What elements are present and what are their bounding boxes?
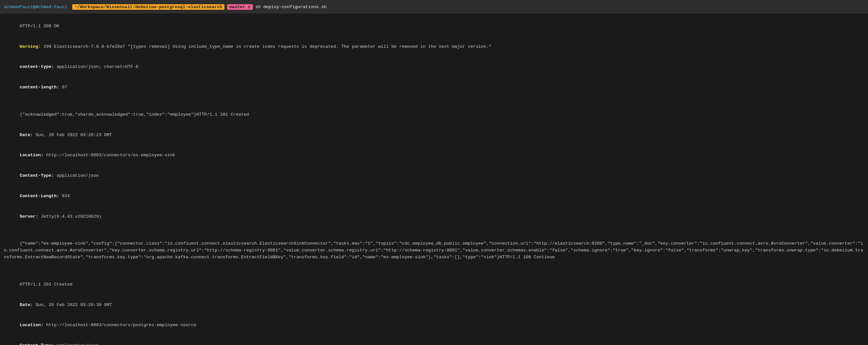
- header-value-10: 834: [59, 194, 70, 199]
- output-line-6: {"acknowledged":true,"shards_acknowledge…: [4, 105, 864, 125]
- output-line-9: Content-Type: application/json: [4, 166, 864, 186]
- json-text-13: {"name":"es-employee-sink","config":{"co…: [4, 241, 863, 260]
- header-label-7: Date:: [20, 133, 33, 137]
- output-line-17: Location: http://localhost:8083/connecto…: [4, 315, 864, 336]
- http-status-text: HTTP/1.1 200 OK: [20, 24, 60, 29]
- header-label-10: Content-Length:: [20, 194, 60, 199]
- header-label-8: Location:: [20, 153, 43, 158]
- json-text-6: {"acknowledged":true,"shards_acknowledge…: [20, 112, 249, 117]
- header-label-4: content-length:: [20, 85, 60, 90]
- header-label-11: Server:: [20, 214, 38, 219]
- empty-line-14: [4, 268, 864, 275]
- header-value-4: 67: [59, 85, 67, 90]
- header-value-7: Sun, 20 Feb 2022 03:28:23 GMT: [33, 133, 112, 137]
- terminal-header: achmadfauzi@Achmad-Fauzi ~/Workspace/Wis…: [0, 0, 868, 14]
- empty-line-5: [4, 98, 864, 105]
- git-branch-badge: master ±: [227, 4, 253, 10]
- http-status-text-15: HTTP/1.1 201 Created: [20, 282, 72, 287]
- header-label-3: content-type:: [20, 64, 54, 69]
- output-line-1: HTTP/1.1 200 OK: [4, 16, 864, 37]
- empty-line-12: [4, 227, 864, 234]
- output-line-18: Content-Type: application/json: [4, 336, 864, 345]
- output-line-7: Date: Sun, 20 Feb 2022 03:28:23 GMT: [4, 125, 864, 145]
- output-line-11: Server: Jetty(9.4.43.v20210629): [4, 207, 864, 227]
- header-label-18: Content-Type:: [20, 343, 54, 345]
- output-line-16: Date: Sun, 20 Feb 2022 03:28:30 GMT: [4, 295, 864, 315]
- header-value-11: Jetty(9.4.43.v20210629): [38, 214, 101, 219]
- header-value-9: application/json: [54, 173, 99, 178]
- warning-text: 299 Elasticsearch-7.0.0-b7e28a7 "[types …: [41, 44, 491, 49]
- header-value-17: http://localhost:8083/connectors/postgre…: [43, 322, 196, 327]
- header-value-16: Sun, 20 Feb 2022 03:28:30 GMT: [33, 303, 112, 307]
- header-value-3: application/json; charset=UTF-8: [54, 64, 138, 69]
- output-line-10: Content-Length: 834: [4, 186, 864, 207]
- header-value-8: http://localhost:8083/connectors/es-empl…: [43, 153, 175, 158]
- terminal-window: achmadfauzi@Achmad-Fauzi ~/Workspace/Wis…: [0, 0, 868, 345]
- output-line-8: Location: http://localhost:8083/connecto…: [4, 145, 864, 166]
- output-line-15: HTTP/1.1 201 Created: [4, 275, 864, 295]
- command-label: sh deploy-configurations.sh: [255, 5, 327, 9]
- warning-label: Warning:: [20, 44, 41, 49]
- output-line-2: Warning: 299 Elasticsearch-7.0.0-b7e28a7…: [4, 37, 864, 57]
- header-label-9: Content-Type:: [20, 173, 54, 178]
- terminal-body: HTTP/1.1 200 OK Warning: 299 Elasticsear…: [0, 14, 868, 345]
- user-host-label: achmadfauzi@Achmad-Fauzi: [4, 5, 67, 9]
- output-line-3: content-type: application/json; charset=…: [4, 57, 864, 78]
- header-value-18: application/json: [54, 343, 99, 345]
- path-badge: ~/Workspace/Wissensalt/debezium-postgres…: [72, 4, 224, 10]
- output-line-13: {"name":"es-employee-sink","config":{"co…: [4, 234, 864, 268]
- header-label-17: Location:: [20, 322, 43, 327]
- header-label-16: Date:: [20, 303, 33, 307]
- output-line-4: content-length: 67: [4, 77, 864, 98]
